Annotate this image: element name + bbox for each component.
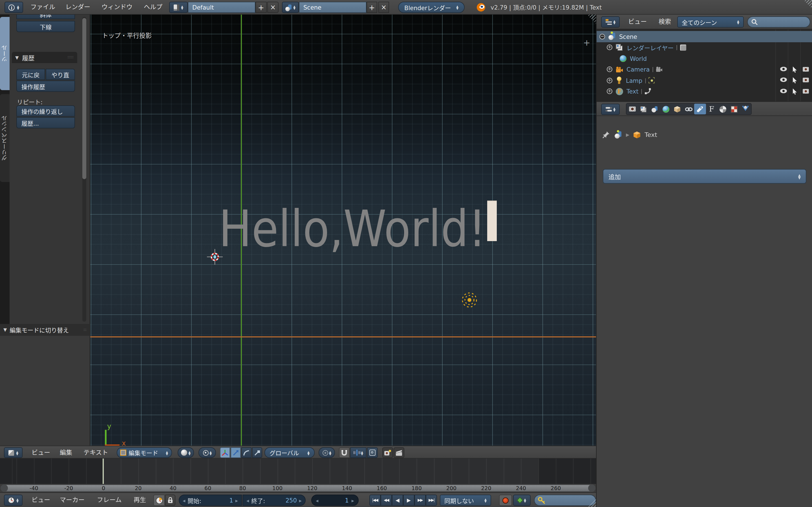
renderability-camera-icon[interactable] — [802, 77, 809, 83]
repeat-last-button[interactable]: 操作の繰り返し — [16, 105, 75, 117]
tab-texture-icon[interactable] — [728, 104, 740, 114]
decrement-chevron-icon[interactable]: ◀ — [246, 498, 249, 502]
proportional-edit-dropdown[interactable]: ▲▼ — [319, 447, 335, 458]
shelf-scrollbar-thumb[interactable] — [82, 18, 86, 179]
outliner-scope-dropdown[interactable]: 全てのシーン ▲▼ — [677, 16, 744, 27]
render-engine-dropdown[interactable]: Blenderレンダー ▲▼ — [398, 2, 465, 13]
lock-time-button[interactable] — [165, 495, 175, 506]
menu-text[interactable]: テキスト — [80, 446, 111, 459]
menu-window[interactable]: ウィンドウ — [98, 0, 136, 15]
jump-to-end-button[interactable]: ▶▶| — [426, 495, 437, 506]
manipulator-toggle-button[interactable] — [220, 447, 230, 458]
selectable-cursor-icon[interactable] — [792, 77, 797, 83]
selectable-cursor-icon[interactable] — [792, 89, 797, 95]
scene-name-field[interactable]: Scene — [299, 2, 366, 13]
screen-layout-button[interactable]: ▲▼ — [169, 2, 188, 13]
decrement-chevron-icon[interactable]: ◀ — [183, 498, 185, 502]
operator-panel-header[interactable]: ▼ 編集モードに切り替え ∷ — [0, 324, 90, 336]
viewport-resize-grip[interactable] — [587, 15, 596, 24]
expand-plus-icon[interactable]: + — [607, 67, 612, 72]
opengl-render-anim-button[interactable] — [394, 447, 404, 458]
tab-material-icon[interactable] — [717, 104, 728, 114]
visibility-eye-icon[interactable] — [780, 77, 787, 82]
editor-type-info-button[interactable]: i ▲▼ — [4, 2, 23, 13]
renderability-camera-icon[interactable] — [802, 66, 809, 72]
keying-set-dropdown[interactable]: ▲▼ — [513, 495, 530, 506]
viewport-shading-dropdown[interactable]: ▲▼ — [177, 447, 194, 458]
menu-timeline-frame[interactable]: フレーム — [94, 493, 125, 507]
layout-close-button[interactable]: × — [267, 2, 278, 13]
outliner-row-lamp[interactable]: + Lamp | — [597, 75, 812, 86]
current-frame-line[interactable] — [102, 459, 104, 484]
scene-selector-button[interactable]: ▲▼ — [282, 2, 299, 13]
menu-view[interactable]: ビュー — [28, 446, 54, 459]
sync-mode-dropdown[interactable]: 同期しない ▲▼ — [440, 495, 491, 506]
timeline-scrollbar[interactable]: -40-200204060801001201401601802002202402… — [0, 484, 596, 492]
time-toggle-button[interactable] — [153, 495, 165, 506]
underline-button[interactable]: 下線 — [16, 21, 75, 32]
tab-render-layers-icon[interactable] — [638, 104, 649, 114]
editor-type-outliner-button[interactable]: ▲▼ — [601, 16, 620, 27]
tab-constraints-icon[interactable] — [683, 104, 694, 114]
scene-close-button[interactable]: × — [378, 2, 389, 13]
outliner-row-scene[interactable]: − Scene — [597, 31, 812, 42]
prev-keyframe-button[interactable]: ◀◀ — [380, 495, 392, 506]
lamp-object-icon[interactable] — [461, 292, 477, 308]
decrement-chevron-icon[interactable]: ◀ — [316, 498, 318, 502]
expand-plus-icon[interactable]: + — [607, 89, 612, 94]
menu-help[interactable]: ヘルプ — [140, 0, 166, 15]
outliner-row-text[interactable]: + F Text | — [597, 86, 812, 97]
pin-icon[interactable] — [602, 131, 610, 138]
editor-type-properties-button[interactable]: ▲▼ — [601, 104, 620, 115]
frame-end-field[interactable]: ◀ 終了: 250 ▶ — [243, 495, 306, 506]
menu-timeline-marker[interactable]: マーカー — [56, 493, 88, 507]
visibility-eye-icon[interactable] — [780, 89, 787, 94]
orientation-dropdown[interactable]: グローバル ▲▼ — [264, 447, 315, 458]
outliner-row-world[interactable]: World — [597, 53, 812, 64]
snap-target-button[interactable] — [367, 447, 378, 458]
increment-chevron-icon[interactable]: ▶ — [352, 498, 354, 502]
tab-tools[interactable]: ツール — [0, 17, 10, 90]
outliner-row-camera[interactable]: + Camera | — [597, 64, 812, 75]
play-reverse-button[interactable]: ◀ — [392, 495, 403, 506]
tab-world-icon[interactable] — [660, 104, 672, 114]
snap-toggle-button[interactable] — [339, 447, 350, 458]
outliner-search-field[interactable] — [747, 16, 810, 27]
operation-history-button[interactable]: 操作履歴 — [16, 80, 75, 92]
increment-chevron-icon[interactable]: ▶ — [236, 498, 238, 502]
editor-type-3dview-button[interactable]: ▲▼ — [4, 447, 22, 458]
expand-plus-icon[interactable]: + — [607, 78, 612, 83]
selectable-cursor-icon[interactable] — [792, 66, 797, 73]
menu-outliner-search[interactable]: 検索 — [655, 15, 674, 29]
tab-scene-icon[interactable] — [649, 104, 660, 114]
window-resize-grip[interactable] — [804, 0, 812, 8]
active-keying-set-field[interactable] — [534, 495, 596, 506]
tab-modifiers-icon[interactable] — [694, 104, 706, 114]
timeline-track-area[interactable] — [0, 459, 596, 484]
manipulator-rotate-button[interactable] — [241, 447, 252, 458]
scene-add-button[interactable]: + — [366, 2, 377, 13]
text-object[interactable]: Hello,World! — [219, 204, 486, 254]
menu-edit[interactable]: 編集 — [56, 446, 75, 459]
panel-drag-dots-icon[interactable]: ∷ — [84, 328, 87, 332]
jump-to-start-button[interactable]: |◀◀ — [369, 495, 380, 506]
menu-outliner-view[interactable]: ビュー — [625, 15, 650, 29]
renderability-camera-icon[interactable] — [802, 89, 809, 94]
layout-name-field[interactable]: Default — [188, 2, 255, 13]
history-menu-button[interactable]: 履歴... — [16, 117, 75, 128]
menu-file[interactable]: ファイル — [27, 0, 59, 15]
menu-timeline-playback[interactable]: 再生 — [130, 493, 149, 507]
manipulator-translate-button[interactable] — [231, 447, 241, 458]
tab-grease-pencil[interactable]: グリースペンシル — [0, 94, 10, 182]
undo-button[interactable]: 元に戻 — [16, 69, 45, 80]
increment-chevron-icon[interactable]: ▶ — [299, 498, 302, 502]
outliner-row-render-layers[interactable]: + レンダーレイヤー | — [597, 42, 812, 53]
menu-timeline-view[interactable]: ビュー — [28, 493, 54, 507]
tab-object-icon[interactable] — [672, 104, 683, 114]
panel-drag-dots-icon[interactable]: ∷∷ — [68, 55, 74, 60]
collapse-minus-icon[interactable]: − — [599, 34, 605, 40]
add-modifier-button[interactable]: 追加 ▲▼ — [603, 169, 806, 184]
record-button[interactable] — [499, 495, 512, 506]
tab-render-icon[interactable] — [626, 104, 638, 114]
snap-element-dropdown[interactable]: ▲▼ — [350, 447, 366, 458]
